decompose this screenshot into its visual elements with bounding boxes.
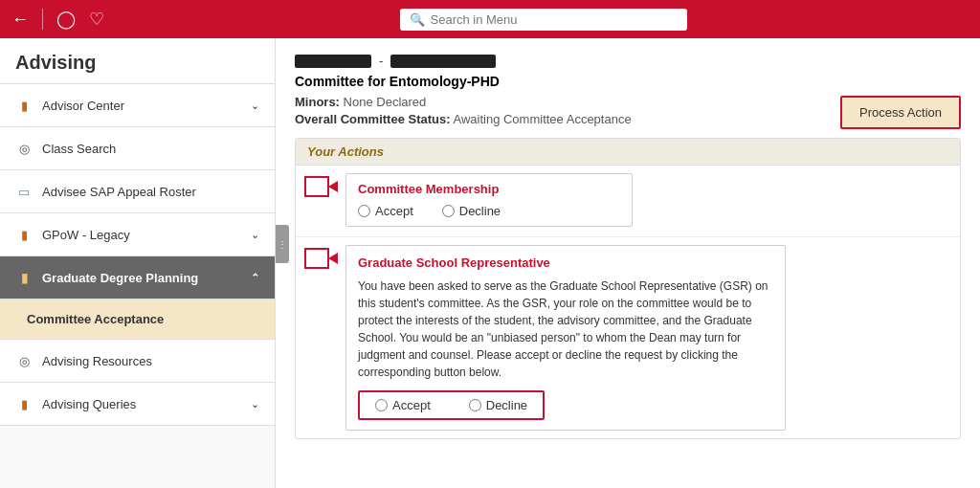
- gsr-accept-radio[interactable]: [375, 399, 388, 411]
- gsr-decline-radio-label[interactable]: Decline: [469, 398, 527, 412]
- redacted-name-1: [295, 55, 371, 68]
- membership-radio-group: Accept Decline: [358, 204, 620, 218]
- svg-rect-0: [305, 177, 328, 196]
- status-value: Awaiting Committee Acceptance: [453, 112, 631, 126]
- history-icon[interactable]: ◯: [56, 9, 76, 30]
- gsr-accept-radio-label[interactable]: Accept: [375, 398, 431, 412]
- gsr-title: Graduate School Representative: [358, 255, 773, 270]
- decline-label: Decline: [459, 204, 501, 218]
- chevron-down-icon: ⌄: [251, 229, 259, 241]
- committee-title: Committee for Entomology-PHD: [295, 74, 961, 89]
- arrow-indicator-gsr: [303, 245, 338, 272]
- book-icon: ▮: [15, 226, 33, 243]
- favorites-icon[interactable]: ♡: [89, 9, 104, 30]
- sidebar-item-advising-queries[interactable]: ▮ Advising Queries ⌄: [0, 383, 275, 426]
- sidebar-label: Class Search: [42, 142, 259, 156]
- membership-title: Committee Membership: [358, 182, 620, 196]
- sidebar-item-advisee-sap[interactable]: ▭ Advisee SAP Appeal Roster: [0, 170, 275, 213]
- book-icon: ▮: [15, 269, 33, 286]
- sidebar-label: Advising Queries: [42, 397, 241, 411]
- svg-marker-1: [328, 181, 338, 192]
- gsr-row: Graduate School Representative You have …: [296, 237, 960, 438]
- your-actions-header: Your Actions: [296, 139, 960, 166]
- header-row: -: [295, 54, 961, 68]
- gsr-radio-group: Accept Decline: [358, 390, 545, 420]
- gsr-box: Graduate School Representative You have …: [345, 245, 786, 431]
- gsr-decline-label: Decline: [486, 398, 527, 412]
- chevron-down-icon: ⌄: [251, 398, 259, 410]
- accept-radio-label[interactable]: Accept: [358, 204, 413, 218]
- process-action-button[interactable]: Process Action: [840, 96, 961, 129]
- gsr-accept-label: Accept: [392, 398, 431, 412]
- gsr-text: You have been asked to serve as the Grad…: [358, 277, 773, 381]
- globe-icon: ◎: [15, 352, 33, 369]
- sidebar-item-advisor-center[interactable]: ▮ Advisor Center ⌄: [0, 84, 275, 127]
- sidebar-label: GPoW - Legacy: [42, 228, 241, 242]
- gsr-decline-radio[interactable]: [469, 399, 481, 411]
- decline-radio-label[interactable]: Decline: [442, 204, 501, 218]
- sidebar-title: Advising: [0, 38, 275, 84]
- sidebar-label: Committee Acceptance: [27, 312, 259, 326]
- chevron-up-icon: ⌃: [251, 272, 259, 284]
- search-input[interactable]: [431, 12, 678, 27]
- list-icon: ▭: [15, 183, 33, 200]
- top-nav: ← ◯ ♡ 🔍: [0, 0, 980, 38]
- your-actions-section: Your Actions Committee Membership Acce: [295, 138, 961, 439]
- sidebar: Advising ▮ Advisor Center ⌄ ◎ Class Sear…: [0, 38, 276, 488]
- sidebar-item-class-search[interactable]: ◎ Class Search: [0, 127, 275, 170]
- sidebar-label: Graduate Degree Planning: [42, 271, 241, 285]
- sidebar-item-committee-acceptance[interactable]: Committee Acceptance: [0, 299, 275, 340]
- sidebar-item-gpow-legacy[interactable]: ▮ GPoW - Legacy ⌄: [0, 213, 275, 256]
- sidebar-item-graduate-degree[interactable]: ▮ Graduate Degree Planning ⌃: [0, 256, 275, 299]
- nav-divider: [42, 9, 43, 30]
- sidebar-label: Advising Resources: [42, 354, 259, 368]
- arrow-indicator-membership: [303, 173, 338, 200]
- sidebar-label: Advisee SAP Appeal Roster: [42, 185, 259, 199]
- decline-radio[interactable]: [442, 205, 455, 217]
- committee-membership-row: Committee Membership Accept Decline: [296, 166, 960, 237]
- globe-icon: ◎: [15, 140, 33, 157]
- sidebar-item-advising-resources[interactable]: ◎ Advising Resources: [0, 340, 275, 383]
- redacted-name-2: [390, 55, 496, 68]
- status-label: Overall Committee Status:: [295, 112, 451, 126]
- book-icon: ▮: [15, 395, 33, 412]
- content-area: Process Action - Committee for Entomolog…: [276, 38, 980, 488]
- committee-membership-box: Committee Membership Accept Decline: [345, 173, 633, 227]
- book-icon: ▮: [15, 97, 33, 114]
- minors-label: Minors:: [295, 95, 340, 109]
- back-icon[interactable]: ←: [11, 10, 29, 30]
- main-layout: Advising ▮ Advisor Center ⌄ ◎ Class Sear…: [0, 38, 980, 488]
- search-bar[interactable]: 🔍: [400, 9, 687, 31]
- sidebar-label: Advisor Center: [42, 99, 241, 113]
- accept-radio[interactable]: [358, 205, 370, 217]
- minors-value: None Declared: [344, 95, 427, 109]
- chevron-down-icon: ⌄: [251, 100, 259, 112]
- accept-label: Accept: [375, 204, 413, 218]
- drag-handle[interactable]: ⋮: [276, 225, 289, 263]
- search-icon: 🔍: [410, 12, 425, 27]
- svg-marker-3: [328, 253, 338, 264]
- svg-rect-2: [305, 249, 328, 268]
